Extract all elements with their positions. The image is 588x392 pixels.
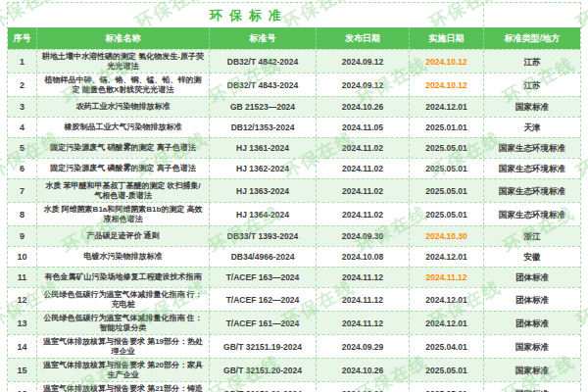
standard-name-cell: 温室气体排放核算与报告要求 第21部分：铸造企业 (37, 382, 210, 392)
column-header-standard-no: 标准号 (210, 27, 317, 49)
publish-date-cell: 2024.10.26 (317, 359, 410, 381)
standard-name-cell: 固定污染源废气 硝酸雾的测定 离子色谱法 (37, 138, 210, 158)
type-region-cell: 国家标准 (484, 359, 580, 381)
row-index-cell: 1 (8, 50, 37, 73)
row-index-cell: 2 (8, 74, 37, 96)
publish-date-cell: 2024.11.02 (317, 179, 410, 202)
standards-table: 环保标准 序号 标准名称 标准号 发布日期 实施日期 标准类型/地方 1 耕地土… (7, 2, 581, 392)
type-region-cell: 江苏 (484, 74, 580, 96)
standard-number-cell: T/ACEF 163—2024 (210, 268, 317, 287)
row-index-cell: 12 (8, 288, 37, 311)
implement-date-cell: 2025.05.01 (410, 159, 484, 178)
standard-name-cell: 温室气体排放核算与报告要求 第20部分：家具生产企业 (37, 359, 210, 381)
standards-table-page: 环保标准 序号 标准名称 标准号 发布日期 实施日期 标准类型/地方 1 耕地土… (0, 0, 588, 392)
standard-name-cell: 电镀水污染物排放标准 (37, 247, 210, 267)
table-row: 14 温室气体排放核算与报告要求 第19部分：热处理企业 GB/T 32151.… (8, 334, 580, 358)
row-index-cell: 14 (8, 335, 37, 358)
standard-number-cell: DB34/4966-2024 (210, 247, 317, 267)
title-spacer-cell (484, 3, 580, 27)
row-index-cell: 3 (8, 97, 37, 117)
publish-date-cell: 2024.10.08 (317, 247, 410, 267)
standard-number-cell: GB/T 32151.19-2024 (210, 335, 317, 358)
page-title: 环保标准 (203, 7, 288, 24)
column-header-type-region: 标准类型/地方 (484, 27, 580, 49)
column-header-publish-date: 发布日期 (317, 27, 410, 49)
column-header-implement-date: 实施日期 (410, 27, 484, 49)
implement-date-cell: 2024.12.01 (410, 288, 484, 311)
table-row: 12 公民绿色低碳行为温室气体减排量化指南 行：充电桩 T/ACEF 162—2… (8, 287, 580, 311)
implement-date-cell: 2025.05.01 (410, 382, 484, 392)
type-region-cell: 国家标准 (484, 335, 580, 358)
standard-number-cell: GB 21523—2024 (210, 97, 317, 117)
type-region-cell: 团体标准 (484, 268, 580, 287)
type-region-cell: 安徽 (484, 247, 580, 267)
table-row: 15 温室气体排放核算与报告要求 第20部分：家具生产企业 GB/T 32151… (8, 358, 580, 381)
table-header: 序号 标准名称 标准号 发布日期 实施日期 标准类型/地方 (8, 27, 580, 49)
type-region-cell: 国家生态环境标准 (484, 138, 580, 158)
table-row: 6 固定污染源废气 磷酸雾的测定 离子色谱法 HJ 1362-2024 2024… (8, 158, 580, 178)
standard-number-cell: DB32/T 4842-2024 (210, 50, 317, 73)
publish-date-cell: 2024.11.12 (317, 312, 410, 334)
type-region-cell: 江苏 (484, 50, 580, 73)
row-index-cell: 8 (8, 203, 37, 225)
row-index-cell: 13 (8, 312, 37, 334)
implement-date-cell: 2025.05.01 (410, 138, 484, 158)
standard-number-cell: DB33/T 1393-2024 (210, 226, 317, 246)
table-row: 8 水质 阿维菌素B1a和阿维菌素B1b的测定 高效液相色谱法 HJ 1364-… (8, 202, 580, 225)
publish-date-cell: 2024.09.30 (317, 226, 410, 246)
implement-date-cell: 2025.05.01 (410, 179, 484, 202)
standard-name-cell: 有色金属矿山污染场地修复工程建设技术指南 (37, 268, 210, 287)
standard-name-cell: 橡胶制品工业大气污染物排放标准 (37, 118, 210, 137)
publish-date-cell: 2024.09.12 (317, 50, 410, 73)
standard-name-cell: 水质 阿维菌素B1a和阿维菌素B1b的测定 高效液相色谱法 (37, 203, 210, 225)
type-region-cell: 国家生态环境标准 (484, 179, 580, 202)
row-index-cell: 16 (8, 382, 37, 392)
table-row: 10 电镀水污染物排放标准 DB34/4966-2024 2024.10.08 … (8, 246, 580, 267)
implement-date-cell: 2025.05.01 (410, 203, 484, 225)
publish-date-cell: 2024.10.26 (317, 382, 410, 392)
standard-number-cell: T/ACEF 162—2024 (210, 288, 317, 311)
implement-date-cell: 2025.05.01 (410, 359, 484, 381)
row-index-cell: 9 (8, 226, 37, 246)
implement-date-cell: 2024.10.12 (410, 50, 484, 73)
row-index-cell: 5 (8, 138, 37, 158)
standard-number-cell: DB12/1353-2024 (210, 118, 317, 137)
implement-date-cell: 2024.10.12 (410, 74, 484, 96)
implement-date-cell: 2024.12.01 (410, 97, 484, 117)
publish-date-cell: 2024.11.05 (317, 118, 410, 137)
table-row: 1 耕地土壤中水溶性硒的测定 氢化物发生-原子荧光光谱法 DB32/T 4842… (8, 49, 580, 73)
column-header-name: 标准名称 (37, 27, 210, 49)
implement-date-cell: 2024.11.12 (410, 268, 484, 287)
standard-number-cell: T/ACEF 161—2024 (210, 312, 317, 334)
implement-date-cell: 2025.04.01 (410, 335, 484, 358)
publish-date-cell: 2024.09.29 (317, 335, 410, 358)
standard-name-cell: 农药工业水污染物排放标准 (37, 97, 210, 117)
row-index-cell: 6 (8, 159, 37, 178)
standard-name-cell: 水质 苯甲醚和甲基叔丁基醚的测定 吹扫捕集/气相色谱-质谱法 (37, 179, 210, 202)
standard-number-cell: HJ 1362-2024 (210, 159, 317, 178)
standard-number-cell: HJ 1361-2024 (210, 138, 317, 158)
standard-number-cell: HJ 1364-2024 (210, 203, 317, 225)
publish-date-cell: 2024.11.02 (317, 159, 410, 178)
standard-name-cell: 固定污染源废气 磷酸雾的测定 离子色谱法 (37, 159, 210, 178)
row-index-cell: 4 (8, 118, 37, 137)
column-header-index: 序号 (8, 27, 37, 49)
standard-number-cell: DB32/T 4843-2024 (210, 74, 317, 96)
publish-date-cell: 2024.10.26 (317, 97, 410, 117)
publish-date-cell: 2024.11.02 (317, 138, 410, 158)
standard-name-cell: 耕地土壤中水溶性硒的测定 氢化物发生-原子荧光光谱法 (37, 50, 210, 73)
type-region-cell: 团体标准 (484, 312, 580, 334)
type-region-cell: 国家生态环境标准 (484, 159, 580, 178)
publish-date-cell: 2024.11.02 (317, 203, 410, 225)
type-region-cell: 团体标准 (484, 288, 580, 311)
table-row: 9 产品碳足迹评价 通则 DB33/T 1393-2024 2024.09.30… (8, 225, 580, 246)
table-row: 3 农药工业水污染物排放标准 GB 21523—2024 2024.10.26 … (8, 96, 580, 117)
implement-date-cell: 2025.01.01 (410, 118, 484, 137)
title-row: 环保标准 (8, 3, 580, 27)
row-index-cell: 10 (8, 247, 37, 267)
row-index-cell: 15 (8, 359, 37, 381)
standard-number-cell: GB/T 32151.21-2024 (210, 382, 317, 392)
publish-date-cell: 2024.11.12 (317, 288, 410, 311)
implement-date-cell: 2024.12.01 (410, 247, 484, 267)
table-row: 5 固定污染源废气 硝酸雾的测定 离子色谱法 HJ 1361-2024 2024… (8, 137, 580, 158)
